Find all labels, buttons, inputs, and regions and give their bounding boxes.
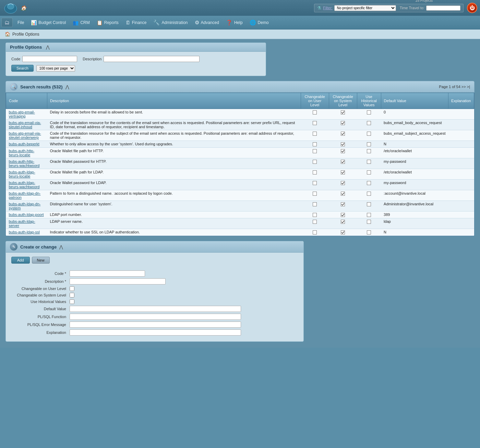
cf-expl-input[interactable] xyxy=(70,329,241,336)
pagination: Page 1 of 54 >> >| xyxy=(439,85,470,89)
create-collapse-icon[interactable]: ⋀ xyxy=(59,244,63,250)
cf-plsql-err-input[interactable] xyxy=(70,322,241,328)
nav-home[interactable]: 🗂 xyxy=(1,18,13,27)
create-icon: ✎ xyxy=(10,243,17,251)
row-use-hist xyxy=(357,201,381,211)
add-button[interactable]: Add xyxy=(11,257,30,264)
row-description: Delay in seconds before the email is all… xyxy=(47,109,301,120)
table-row: bubs-auth-ldap-beurs-locatieOracle Walle… xyxy=(6,169,474,180)
cf-chsystem-row: Changeable on System Level xyxy=(11,293,298,298)
cf-plsql-input[interactable] xyxy=(70,314,241,320)
row-description: LDAP server name. xyxy=(47,218,301,229)
cf-plsql-err-row: PL/SQL Error Message xyxy=(11,322,298,328)
row-use-hist xyxy=(357,218,381,229)
nav-help[interactable]: ❓ Help xyxy=(223,18,246,27)
row-explanation xyxy=(448,229,474,236)
results-collapse-icon[interactable]: ⋀ xyxy=(65,84,69,89)
row-code-link[interactable]: bubs-auth-ldap-server xyxy=(9,219,35,228)
row-ch-user xyxy=(301,218,329,229)
cf-expl-label: Explanation xyxy=(11,330,70,335)
row-code-link[interactable]: bubs-auth-ldap-beurs-locatie xyxy=(9,170,35,178)
row-explanation xyxy=(448,109,474,120)
nav-finance[interactable]: 🗓 Finance xyxy=(122,18,150,27)
code-input[interactable] xyxy=(22,56,77,62)
row-explanation xyxy=(448,180,474,190)
search-panel: Profile Options ⋀ Code Description Searc… xyxy=(5,43,266,76)
row-ch-system xyxy=(329,190,357,201)
nav-finance-label: Finance xyxy=(132,20,147,25)
nav-crm[interactable]: 👥 CRM xyxy=(69,18,93,27)
row-ch-user xyxy=(301,120,329,130)
filter-icon: ⚗ xyxy=(317,5,321,11)
row-code-link[interactable]: bubs-auth-ldap-beurs-wachtwoord xyxy=(9,181,40,189)
row-ch-system xyxy=(329,218,357,229)
nav-reports[interactable]: 📋 Reports xyxy=(93,18,122,27)
nav-administration[interactable]: 🔧 Administration xyxy=(150,18,191,27)
new-button[interactable]: New xyxy=(32,257,50,264)
cf-usehist-cb[interactable] xyxy=(70,299,74,304)
cf-defval-input[interactable] xyxy=(70,306,241,312)
cf-chuser-label: Changeable on User Level xyxy=(11,287,70,291)
table-row: bubs-auth-ldap-poortLDAP port number.389 xyxy=(6,211,474,218)
nav-file[interactable]: File xyxy=(14,19,27,27)
power-button[interactable]: ⏻ xyxy=(467,3,477,13)
table-row: bubs-auth-ldap-beurs-wachtwoordOracle Wa… xyxy=(6,180,474,190)
row-use-hist xyxy=(357,169,381,180)
nav-budget-control[interactable]: 📊 Budget Control xyxy=(27,18,69,27)
row-description: Code of the translation resource for the… xyxy=(47,120,301,130)
row-explanation xyxy=(448,218,474,229)
table-row: bubs-auth-ldap-dn-patroonPattern to form… xyxy=(6,190,474,201)
row-ch-user xyxy=(301,130,329,141)
cf-desc-input[interactable] xyxy=(70,278,166,284)
row-ch-system xyxy=(329,109,357,120)
row-ch-user xyxy=(301,229,329,236)
row-code-link[interactable]: bubs-atg-email-via-sleutel-inhoud xyxy=(9,121,41,129)
cf-code-input[interactable] xyxy=(70,270,145,277)
row-description: Oracle Wallet password for HTTP. xyxy=(47,158,301,169)
row-use-hist xyxy=(357,148,381,158)
row-code-link[interactable]: bubs-atg-email-via-sleutel-onderwerp xyxy=(9,131,41,140)
nav-demo[interactable]: 🌐 Demo xyxy=(246,18,272,27)
cf-desc-row: Description * xyxy=(11,278,298,284)
cf-plsql-row: PL/SQL Function xyxy=(11,314,298,320)
search-button[interactable]: Search xyxy=(11,65,34,72)
row-default-value: 0 xyxy=(381,109,448,120)
row-ch-system xyxy=(329,211,357,218)
row-default-value: ldap xyxy=(381,218,448,229)
row-ch-system xyxy=(329,148,357,158)
row-explanation xyxy=(448,130,474,141)
row-code-link[interactable]: bubs-auth-beperkt xyxy=(9,142,39,146)
row-description: Oracle Wallet file path for LDAP. xyxy=(47,169,301,180)
logo-text: 🏠 xyxy=(21,5,26,11)
row-ch-system xyxy=(329,229,357,236)
time-travel-input[interactable] xyxy=(426,5,460,11)
row-code-link[interactable]: bubs-auth-http-beurs-locatie xyxy=(9,149,35,157)
row-use-hist xyxy=(357,158,381,169)
nav-advanced-label: Advanced xyxy=(201,20,219,25)
nav-advanced[interactable]: ⚙ Advanced xyxy=(191,18,223,27)
filter-link[interactable]: Filter: xyxy=(323,6,333,10)
row-description: Code of the translation resource for the… xyxy=(47,130,301,141)
row-code-link[interactable]: bubs-auth-ldap-dn-patroon xyxy=(9,191,41,199)
nav-reports-label: Reports xyxy=(104,20,119,25)
row-code-link[interactable]: bubs-auth-ldap-poort xyxy=(9,213,44,217)
row-ch-system xyxy=(329,120,357,130)
description-input[interactable] xyxy=(104,56,200,62)
row-explanation xyxy=(448,148,474,158)
row-use-hist xyxy=(357,229,381,236)
create-panel-body: Add New Code * Description * Changeable … xyxy=(6,253,303,341)
cf-chsystem-cb[interactable] xyxy=(70,293,74,298)
row-explanation xyxy=(448,120,474,130)
row-code-link[interactable]: bubs-auth-ldap-ssl xyxy=(9,230,40,234)
cf-chuser-cb[interactable] xyxy=(70,286,74,291)
nav-budget-label: Budget Control xyxy=(38,20,66,25)
filter-select[interactable]: No project specific filter xyxy=(334,5,396,11)
row-code-link[interactable]: bubs-auth-http-beurs-wachtwoord xyxy=(9,159,40,168)
rows-per-page-select[interactable]: 100 rows per page 50 rows per page 25 ro… xyxy=(36,65,75,72)
row-code-link[interactable]: bubs-atg-email-vertraging xyxy=(9,110,35,118)
row-code-link[interactable]: bubs-auth-ldap-dn-system xyxy=(9,202,41,210)
collapse-icon[interactable]: ⋀ xyxy=(46,45,50,50)
row-use-hist xyxy=(357,141,381,148)
col-code: Code xyxy=(6,93,47,109)
row-description: Distinguished name for user 'system'. xyxy=(47,201,301,211)
